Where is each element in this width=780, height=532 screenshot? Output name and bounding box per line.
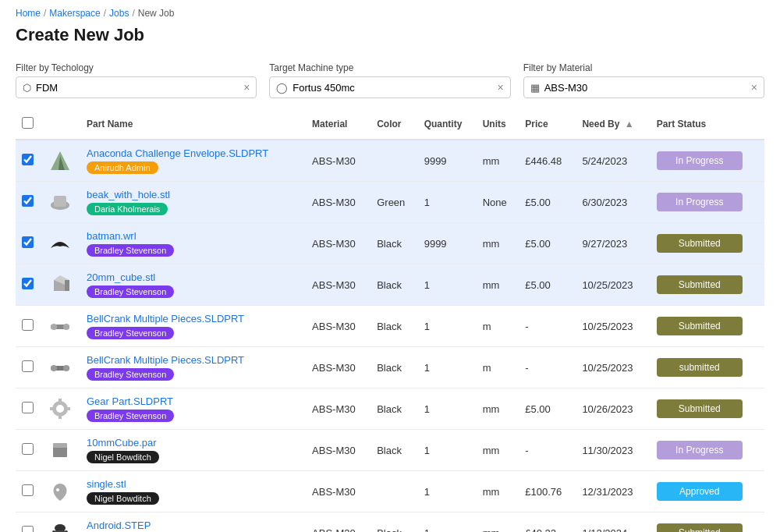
row-price: £5.00: [519, 182, 576, 223]
select-all-checkbox[interactable]: [22, 117, 34, 129]
filter-material-label: Filter by Material: [523, 62, 764, 73]
row-checkbox[interactable]: [22, 195, 34, 207]
filter-material: Filter by Material ▦ ×: [523, 62, 764, 98]
row-part-name-cell: batman.wrl Bradley Stevenson: [80, 223, 306, 264]
row-price: -: [519, 347, 576, 388]
row-thumb: [40, 347, 80, 388]
filter-machine-clear[interactable]: ×: [497, 81, 503, 94]
row-color: [370, 140, 417, 182]
page-title: Create New Job: [0, 22, 780, 56]
row-status: Submitted: [651, 512, 764, 533]
row-checkbox[interactable]: [22, 319, 34, 331]
svg-point-11: [51, 365, 57, 371]
row-checkbox[interactable]: [22, 484, 34, 496]
row-color: Black: [370, 223, 417, 264]
row-price: £5.00: [519, 223, 576, 264]
row-price: £446.48: [519, 140, 576, 182]
part-name-link[interactable]: BellCrank Multiple Pieces.SLDPRT: [87, 354, 300, 366]
row-price: £5.00: [519, 264, 576, 306]
row-checkbox-cell: [16, 347, 40, 388]
part-name-link[interactable]: single.stl: [87, 478, 300, 490]
row-quantity: 1: [418, 306, 477, 347]
row-status: Approved: [651, 471, 764, 512]
header-part-name: Part Name: [80, 109, 306, 140]
row-need-by: 1/12/2024: [576, 512, 650, 533]
row-color: Black: [370, 264, 417, 306]
status-badge: In Progress: [657, 441, 743, 459]
table-row: batman.wrl Bradley Stevenson ABS-M30 Bla…: [16, 223, 764, 264]
row-checkbox[interactable]: [22, 360, 34, 372]
table-container: Part Name Material Color Quantity Units …: [0, 109, 780, 532]
breadcrumb-makerspace[interactable]: Makerspace: [49, 8, 100, 19]
row-checkbox-cell: [16, 430, 40, 471]
row-color: [370, 471, 417, 512]
row-material: ABS-M30: [306, 388, 370, 430]
filter-technology-clear[interactable]: ×: [243, 81, 250, 94]
svg-rect-16: [58, 414, 62, 419]
part-thumbnail: [46, 395, 74, 423]
part-name-link[interactable]: 20mm_cube.stl: [87, 271, 300, 283]
user-badge: Bradley Stevenson: [87, 286, 174, 298]
filter-material-clear[interactable]: ×: [751, 81, 757, 94]
filter-technology-input[interactable]: [36, 82, 239, 94]
row-quantity: 1: [418, 512, 477, 533]
svg-point-9: [63, 324, 69, 330]
svg-point-12: [63, 365, 69, 371]
row-quantity: 9999: [418, 140, 477, 182]
user-badge: Bradley Stevenson: [87, 244, 174, 257]
breadcrumb-jobs[interactable]: Jobs: [109, 8, 129, 19]
row-units: None: [477, 182, 519, 223]
table-row: BellCrank Multiple Pieces.SLDPRT Bradley…: [16, 347, 764, 388]
row-checkbox[interactable]: [22, 154, 34, 165]
row-checkbox[interactable]: [22, 236, 34, 248]
filter-machine-input[interactable]: [292, 82, 492, 94]
row-checkbox[interactable]: [22, 526, 34, 532]
row-price: -: [519, 306, 576, 347]
filter-material-input[interactable]: [544, 82, 746, 94]
table-row: 10mmCube.par Nigel Bowditch ABS-M30 Blac…: [16, 430, 764, 471]
header-color: Color: [370, 109, 417, 140]
svg-point-14: [56, 405, 64, 413]
parts-table: Part Name Material Color Quantity Units …: [16, 109, 764, 532]
header-part-status: Part Status: [651, 109, 764, 140]
row-part-name-cell: 20mm_cube.stl Bradley Stevenson: [80, 264, 306, 306]
part-name-link[interactable]: 10mmCube.par: [87, 437, 300, 449]
part-name-link[interactable]: Android.STEP: [87, 520, 300, 531]
part-thumbnail: [46, 519, 74, 532]
row-need-by: 10/25/2023: [576, 264, 650, 306]
page-wrapper: Home / Makerspace / Jobs / New Job Creat…: [0, 0, 780, 532]
row-material: ABS-M30: [306, 347, 370, 388]
row-thumb: [40, 182, 80, 223]
part-name-link[interactable]: Gear Part.SLDPRT: [87, 395, 300, 407]
row-checkbox[interactable]: [22, 402, 34, 413]
part-name-link[interactable]: batman.wrl: [87, 230, 300, 242]
row-price: £40.22: [519, 512, 576, 533]
breadcrumb-home[interactable]: Home: [16, 8, 41, 19]
row-price: £5.00: [519, 388, 576, 430]
row-color: Black: [370, 388, 417, 430]
svg-rect-20: [53, 443, 67, 448]
row-checkbox[interactable]: [22, 278, 34, 289]
part-name-link[interactable]: beak_with_hole.stl: [87, 189, 300, 200]
part-name-link[interactable]: BellCrank Multiple Pieces.SLDPRT: [87, 313, 300, 325]
filter-machine: Target Machine type ◯ ×: [269, 62, 510, 98]
user-badge: Bradley Stevenson: [87, 368, 174, 381]
filter-material-input-wrap: ▦ ×: [523, 76, 764, 98]
user-badge: Daria Kholmerais: [87, 203, 168, 215]
header-checkbox-cell: [16, 109, 40, 140]
row-units: mm: [477, 140, 519, 182]
status-badge: submitted: [657, 358, 743, 377]
row-checkbox[interactable]: [22, 443, 34, 455]
row-material: ABS-M30: [306, 430, 370, 471]
user-badge: Bradley Stevenson: [87, 410, 174, 422]
row-quantity: 1: [418, 471, 477, 512]
row-thumb: [40, 430, 80, 471]
user-badge: Nigel Bowditch: [87, 451, 159, 463]
part-name-link[interactable]: Anaconda Challenge Envelope.SLDPRT: [87, 147, 300, 159]
header-price: Price: [519, 109, 576, 140]
breadcrumb: Home / Makerspace / Jobs / New Job: [0, 0, 780, 22]
row-status: Submitted: [651, 306, 764, 347]
row-units: mm: [477, 223, 519, 264]
part-thumbnail: [46, 312, 74, 340]
header-need-by[interactable]: Need By ▲: [576, 109, 650, 140]
